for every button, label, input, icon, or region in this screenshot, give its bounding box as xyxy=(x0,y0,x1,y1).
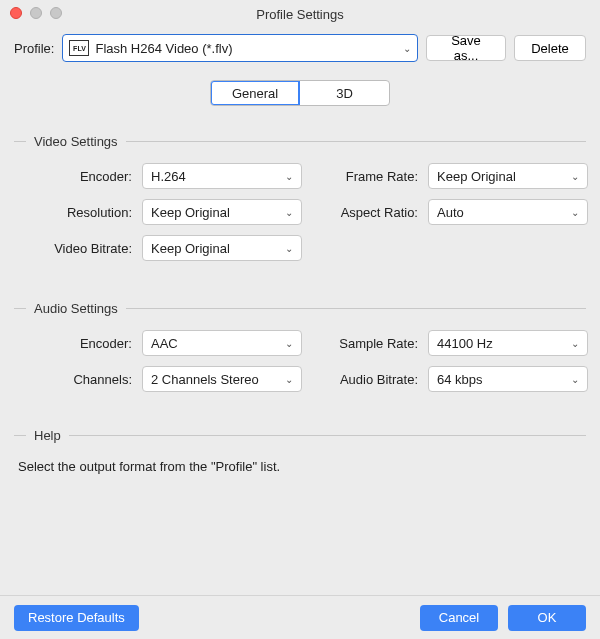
video-settings-group: Video Settings Encoder: H.264 ⌄ Frame Ra… xyxy=(14,134,586,261)
window-controls xyxy=(10,7,62,19)
video-encoder-label: Encoder: xyxy=(14,169,142,184)
chevron-down-icon: ⌄ xyxy=(285,207,293,218)
profile-select-value: Flash H264 Video (*.flv) xyxy=(95,41,232,56)
chevron-down-icon: ⌄ xyxy=(403,43,411,54)
resolution-label: Resolution: xyxy=(14,205,142,220)
window-title: Profile Settings xyxy=(256,7,343,22)
titlebar: Profile Settings xyxy=(0,0,600,28)
help-group: Help Select the output format from the "… xyxy=(14,428,586,476)
video-settings-title: Video Settings xyxy=(14,134,586,149)
maximize-icon xyxy=(50,7,62,19)
chevron-down-icon: ⌄ xyxy=(285,374,293,385)
profile-row: Profile: FLV Flash H264 Video (*.flv) ⌄ … xyxy=(0,28,600,62)
aspect-ratio-select[interactable]: Auto ⌄ xyxy=(428,199,588,225)
minimize-icon xyxy=(30,7,42,19)
cancel-button[interactable]: Cancel xyxy=(420,605,498,631)
chevron-down-icon: ⌄ xyxy=(571,207,579,218)
audio-bitrate-select[interactable]: 64 kbps ⌄ xyxy=(428,366,588,392)
chevron-down-icon: ⌄ xyxy=(571,171,579,182)
audio-encoder-select[interactable]: AAC ⌄ xyxy=(142,330,302,356)
video-encoder-select[interactable]: H.264 ⌄ xyxy=(142,163,302,189)
framerate-select[interactable]: Keep Original ⌄ xyxy=(428,163,588,189)
channels-label: Channels: xyxy=(14,372,142,387)
chevron-down-icon: ⌄ xyxy=(571,374,579,385)
restore-defaults-button[interactable]: Restore Defaults xyxy=(14,605,139,631)
help-text: Select the output format from the "Profi… xyxy=(14,457,586,476)
audio-encoder-label: Encoder: xyxy=(14,336,142,351)
audio-bitrate-label: Audio Bitrate: xyxy=(302,372,428,387)
samplerate-label: Sample Rate: xyxy=(302,336,428,351)
tabs: General 3D xyxy=(0,80,600,106)
audio-settings-title: Audio Settings xyxy=(14,301,586,316)
samplerate-select[interactable]: 44100 Hz ⌄ xyxy=(428,330,588,356)
chevron-down-icon: ⌄ xyxy=(285,243,293,254)
chevron-down-icon: ⌄ xyxy=(571,338,579,349)
close-icon[interactable] xyxy=(10,7,22,19)
chevron-down-icon: ⌄ xyxy=(285,338,293,349)
audio-settings-group: Audio Settings Encoder: AAC ⌄ Sample Rat… xyxy=(14,301,586,392)
aspect-ratio-label: Aspect Ratio: xyxy=(302,205,428,220)
help-title: Help xyxy=(14,428,586,443)
footer: Restore Defaults Cancel OK xyxy=(0,595,600,639)
video-bitrate-label: Video Bitrate: xyxy=(14,241,142,256)
flv-file-icon: FLV xyxy=(69,40,89,56)
resolution-select[interactable]: Keep Original ⌄ xyxy=(142,199,302,225)
framerate-label: Frame Rate: xyxy=(302,169,428,184)
tabs-segmented: General 3D xyxy=(210,80,390,106)
video-bitrate-select[interactable]: Keep Original ⌄ xyxy=(142,235,302,261)
save-as-button[interactable]: Save as... xyxy=(426,35,506,61)
profile-select[interactable]: FLV Flash H264 Video (*.flv) ⌄ xyxy=(62,34,418,62)
delete-button[interactable]: Delete xyxy=(514,35,586,61)
chevron-down-icon: ⌄ xyxy=(285,171,293,182)
ok-button[interactable]: OK xyxy=(508,605,586,631)
tab-general[interactable]: General xyxy=(210,80,300,106)
tab-3d[interactable]: 3D xyxy=(299,81,389,105)
channels-select[interactable]: 2 Channels Stereo ⌄ xyxy=(142,366,302,392)
profile-label: Profile: xyxy=(14,41,54,56)
